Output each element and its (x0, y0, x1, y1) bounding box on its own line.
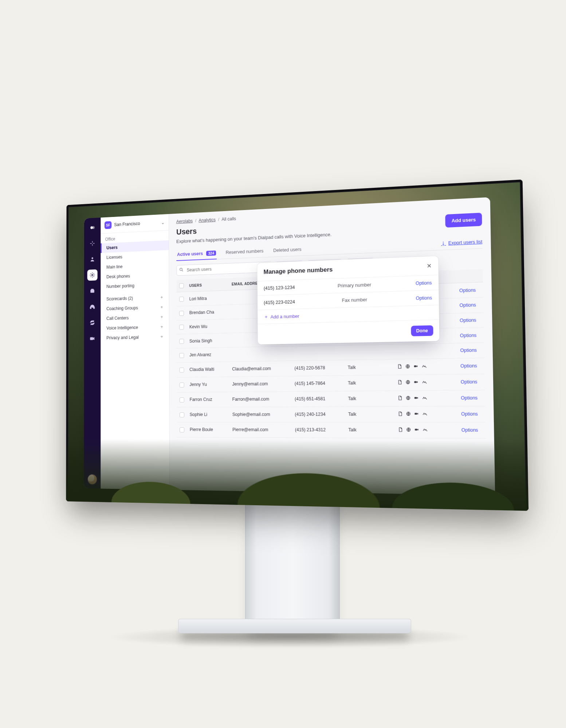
chevron-down-icon: ⌄ (161, 219, 165, 225)
close-icon[interactable]: ✕ (427, 263, 432, 269)
breadcrumb-link[interactable]: Aerolabs (176, 218, 193, 224)
cell-license: Talk (345, 422, 395, 438)
add-users-button[interactable]: Add users (445, 213, 482, 228)
table-row: Farron CruzFarron@email.com(415) 651-458… (177, 390, 485, 407)
video-icon (413, 379, 419, 386)
row-options-link[interactable]: Options (461, 395, 477, 401)
sidebar-item-voice-intelligence[interactable]: Voice Intelligence+ (101, 322, 169, 333)
row-checkbox[interactable] (179, 310, 184, 316)
row-options-link[interactable]: Options (461, 427, 478, 433)
row-checkbox[interactable] (180, 367, 184, 372)
cell-email: Claudia@email.com (229, 361, 292, 377)
document-icon (397, 395, 403, 402)
person-icon[interactable] (87, 253, 98, 265)
row-options-link[interactable]: Options (461, 379, 477, 385)
document-icon (397, 364, 402, 370)
breadcrumb-link[interactable]: Analytics (199, 217, 215, 223)
row-options-link[interactable]: Options (460, 348, 477, 353)
gear-icon[interactable] (87, 269, 98, 281)
row-options-link[interactable]: Options (461, 411, 478, 417)
sidebar-item-label: Main line (106, 264, 122, 270)
activity-icon (422, 411, 428, 418)
cell-license: Talk (345, 406, 395, 422)
activity-icon (422, 427, 428, 434)
tab-deleted-users[interactable]: Deleted users (272, 243, 302, 257)
logo-icon[interactable] (87, 222, 98, 234)
cell-license: Talk (345, 359, 394, 376)
cell-email: Jenny@email.com (229, 376, 292, 392)
cell-phone: (415) 213-4312 (292, 422, 346, 438)
sidebar-item-label: Number porting (106, 283, 134, 289)
export-users-link[interactable]: ⭳ Export users list (441, 239, 482, 246)
plus-icon[interactable]: + (161, 334, 163, 339)
plus-icon[interactable]: + (161, 295, 163, 300)
tab-reserved-numbers[interactable]: Reserved numbers (225, 245, 264, 259)
document-icon (397, 411, 403, 418)
row-checkbox[interactable] (180, 427, 184, 432)
fax-icon[interactable] (87, 285, 98, 297)
row-options-link[interactable]: Options (459, 302, 476, 308)
cell-name: Claudia Walti (187, 361, 229, 377)
row-checkbox[interactable] (179, 325, 184, 330)
cell-name: Jenny Yu (187, 377, 229, 392)
location-badge: SF (105, 221, 111, 229)
row-checkbox[interactable] (179, 353, 184, 358)
globe-icon (405, 364, 410, 370)
row-checkbox[interactable] (180, 412, 184, 418)
globe-icon (406, 427, 411, 434)
icon-rail (84, 218, 101, 489)
location-name: San Francisco (114, 220, 158, 227)
current-user-avatar[interactable] (88, 474, 97, 484)
cell-license: Talk (345, 375, 394, 391)
phone-number-type: Primary number (338, 282, 371, 288)
row-options-link[interactable]: Options (460, 363, 477, 369)
phone-number-type: Fax number (342, 297, 367, 303)
sidebar-item-label: Voice Intelligence (106, 325, 138, 331)
svg-rect-16 (414, 413, 417, 415)
breadcrumb-current: All calls (221, 216, 236, 222)
row-checkbox[interactable] (180, 397, 184, 402)
cell-details (394, 390, 458, 407)
svg-point-8 (180, 268, 182, 270)
col-users[interactable]: USERS (186, 278, 229, 292)
phone-number-value: (415) 223-0224 (264, 299, 295, 305)
headset-icon[interactable] (87, 301, 98, 312)
cell-details (394, 358, 457, 375)
row-options-link[interactable]: Options (460, 333, 477, 339)
activity-icon (422, 395, 428, 401)
select-all-checkbox[interactable] (179, 283, 184, 288)
video-icon (413, 364, 419, 370)
row-options-link[interactable]: Options (459, 287, 476, 293)
plus-icon[interactable]: + (161, 314, 163, 320)
tab-active-users[interactable]: Active users 324 (176, 246, 217, 261)
row-options-link[interactable]: Options (460, 317, 476, 323)
sidebar-item-privacy-legal[interactable]: Privacy and Legal+ (101, 332, 169, 343)
refresh-icon[interactable] (87, 317, 97, 328)
video-icon (414, 411, 420, 418)
sparkle-icon[interactable] (87, 238, 98, 249)
video-icon[interactable] (87, 333, 97, 344)
cell-license: Talk (345, 391, 394, 407)
globe-icon (406, 411, 411, 418)
cell-name: Kevin Wu (186, 319, 229, 334)
plus-icon[interactable]: + (161, 324, 163, 329)
row-options-link[interactable]: Options (416, 295, 432, 301)
globe-icon (405, 379, 411, 386)
cell-phone: (415) 145-7864 (292, 375, 345, 391)
svg-rect-5 (90, 307, 91, 309)
sidebar-item-label: Scorecards (2) (106, 296, 133, 302)
row-checkbox[interactable] (179, 339, 184, 344)
svg-point-3 (92, 274, 93, 276)
row-options-link[interactable]: Options (416, 280, 432, 286)
plus-icon[interactable]: + (161, 305, 163, 310)
row-checkbox[interactable] (179, 297, 184, 302)
sidebar: SF San Francisco ⌄ Office Users Licenses… (101, 214, 170, 490)
row-checkbox[interactable] (180, 382, 184, 387)
cell-phone: (415) 651-4581 (292, 391, 345, 407)
done-button[interactable]: Done (411, 325, 433, 336)
cell-license (345, 344, 394, 360)
export-label: Export users list (448, 239, 483, 245)
cell-email: Sophie@email.com (229, 407, 292, 422)
cell-details (394, 406, 458, 422)
activity-icon (421, 363, 427, 370)
